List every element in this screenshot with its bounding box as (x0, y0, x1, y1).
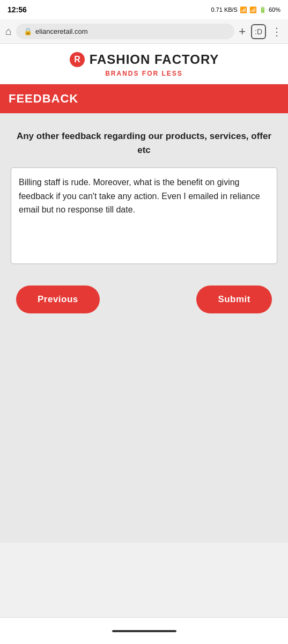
logo-area: R FASHION FACTORY BRANDS FOR LESS (0, 44, 288, 84)
status-icons: 0.71 KB/S 📶 📶 🔋 60% (211, 6, 280, 13)
home-icon[interactable]: ⌂ (5, 25, 12, 38)
battery-percent: 60% (269, 6, 280, 13)
bottom-nav (0, 617, 288, 644)
question-label: Any other feedback regarding our product… (11, 129, 277, 157)
svg-text:R: R (74, 55, 80, 64)
feedback-header-text: FEEDBACK (9, 92, 78, 105)
lock-icon: 🔒 (24, 27, 32, 35)
feedback-textarea[interactable] (11, 167, 277, 264)
previous-button[interactable]: Previous (16, 286, 100, 313)
signal-icon: 📶 (249, 6, 257, 13)
status-bar: 12:56 0.71 KB/S 📶 📶 🔋 60% (0, 0, 288, 19)
address-bar[interactable]: 🔒 elianceretail.com (16, 24, 234, 39)
speed-indicator: 0.71 KB/S (211, 6, 238, 13)
browser-menu-button[interactable]: ⋮ (271, 25, 283, 38)
smiley-icon: :D (255, 27, 262, 36)
main-content: Any other feedback regarding our product… (0, 113, 288, 543)
add-tab-button[interactable]: + (239, 25, 246, 39)
bottom-bar-line (112, 630, 176, 632)
smiley-button[interactable]: :D (251, 24, 266, 39)
browser-actions: + :D ⋮ (239, 24, 283, 39)
logo-subtitle: BRANDS FOR LESS (105, 70, 183, 77)
status-time: 12:56 (8, 5, 27, 14)
wifi-icon: 📶 (240, 6, 247, 13)
logo-title: FASHION FACTORY (90, 52, 219, 67)
logo-icon: R (69, 52, 85, 68)
logo-row: R FASHION FACTORY (69, 52, 219, 68)
feedback-header: FEEDBACK (0, 84, 288, 113)
url-text: elianceretail.com (35, 27, 88, 35)
battery-icon: 🔋 (259, 6, 267, 13)
button-row: Previous Submit (11, 286, 277, 313)
submit-button[interactable]: Submit (196, 286, 272, 313)
browser-chrome: ⌂ 🔒 elianceretail.com + :D ⋮ (0, 19, 288, 44)
